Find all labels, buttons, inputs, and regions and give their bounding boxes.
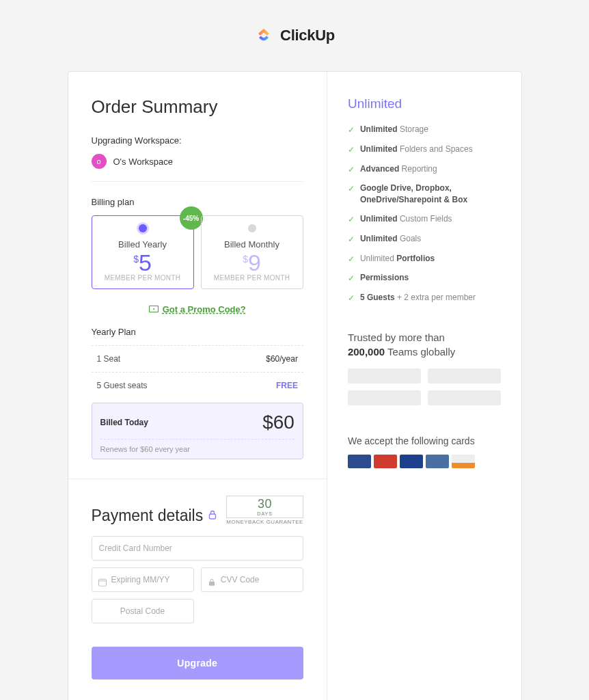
moneyback-guarantee: 30 DAYS MONEYBACK GUARANTEE	[226, 496, 303, 525]
bbb-badge-icon	[428, 368, 501, 383]
guest-price: FREE	[276, 381, 298, 390]
plan-monthly-card[interactable]: Billed Monthly $ 9 MEMBER PER MONTH	[201, 215, 303, 289]
visa-icon	[348, 455, 371, 468]
workspace-name: O's Workspace	[113, 157, 174, 167]
card-logos	[348, 455, 501, 468]
plan-yearly-label: Billed Yearly	[96, 239, 189, 250]
calendar-icon	[98, 578, 107, 587]
check-icon: ✓	[348, 144, 355, 156]
billed-today-label: Billed Today	[100, 418, 148, 427]
norton-badge-icon	[348, 390, 421, 405]
check-icon: ✓	[348, 214, 355, 226]
discount-badge: -45%	[180, 206, 203, 230]
page-title: Order Summary	[92, 96, 303, 118]
truste-badge-icon	[348, 368, 421, 383]
seat-label: 1 Seat	[97, 354, 121, 364]
feature-item: ✓Unlimited Custom Fields	[348, 213, 501, 226]
renew-text: Renews for $60 every year	[100, 440, 294, 453]
plan-monthly-label: Billed Monthly	[206, 239, 299, 250]
mastercard-icon	[374, 455, 397, 468]
trust-badges	[348, 368, 501, 405]
billed-today-amount: $60	[262, 412, 294, 433]
svg-rect-2	[210, 514, 216, 519]
cc-number-input[interactable]	[92, 536, 303, 561]
postal-code-input[interactable]	[92, 599, 194, 623]
plan-monthly-radio	[248, 224, 256, 232]
line-guest: 5 Guest seats FREE	[92, 372, 303, 399]
workspace-row: o O's Workspace	[92, 154, 303, 169]
plan-monthly-price: 9	[248, 251, 261, 274]
divider	[92, 181, 303, 182]
plan-monthly-sub: MEMBER PER MONTH	[206, 274, 299, 282]
upgrade-button[interactable]: Upgrade	[92, 647, 303, 679]
cc-expiry-input[interactable]	[92, 567, 194, 592]
check-icon: ✓	[348, 234, 355, 245]
feature-item: ✓Unlimited Goals	[348, 233, 501, 245]
workspace-avatar: o	[92, 154, 107, 169]
cards-accept-label: We accept the following cards	[348, 435, 501, 446]
billed-today-box: Billed Today $60 Renews for $60 every ye…	[92, 403, 303, 459]
checkout-card: Order Summary Upgrading Workspace: o O's…	[68, 71, 522, 700]
app-header: ClickUp	[0, 0, 589, 71]
seat-price: $60/year	[266, 354, 298, 364]
cc-cvv-input[interactable]	[201, 567, 303, 592]
check-icon: ✓	[348, 183, 355, 195]
feature-item: ✓Unlimited Storage	[348, 124, 501, 136]
lock-icon	[208, 510, 217, 522]
yearly-plan-heading: Yearly Plan	[92, 327, 303, 337]
brand-name: ClickUp	[280, 27, 335, 44]
currency-symbol: $	[243, 254, 248, 265]
line-seat: 1 Seat $60/year	[92, 345, 303, 372]
billing-section-label: Billing plan	[92, 197, 303, 207]
plan-yearly-card[interactable]: -45% Billed Yearly $ 5 MEMBER PER MONTH	[92, 215, 194, 289]
svg-point-1	[153, 308, 154, 310]
feature-item: ✓5 Guests + 2 extra per member	[348, 292, 501, 304]
trusted-text: Trusted by more than 200,000 Teams globa…	[348, 330, 501, 359]
feature-item: ✓Advanced Reporting	[348, 163, 501, 176]
ticket-icon	[149, 305, 159, 314]
moneyback-badge-icon	[428, 390, 501, 405]
guest-label: 5 Guest seats	[97, 381, 148, 390]
feature-item: ✓Unlimited Portfolios	[348, 253, 501, 265]
plan-name: Unlimited	[348, 96, 501, 111]
plan-yearly-sub: MEMBER PER MONTH	[96, 274, 189, 282]
brand-logo-icon	[254, 26, 273, 45]
feature-list: ✓Unlimited Storage ✓Unlimited Folders an…	[348, 124, 501, 304]
currency-symbol: $	[133, 254, 139, 265]
check-icon: ✓	[348, 273, 355, 284]
svg-rect-5	[209, 582, 215, 586]
plan-yearly-radio	[139, 224, 147, 232]
discover-icon	[452, 455, 475, 468]
check-icon: ✓	[348, 254, 355, 265]
feature-item: ✓Google Drive, Dropbox, OneDrive/Sharepo…	[348, 183, 501, 206]
promo-code-link[interactable]: Got a Promo Code?	[163, 304, 246, 314]
amex-icon	[426, 455, 449, 468]
svg-rect-3	[98, 580, 106, 587]
plan-yearly-price: 5	[139, 251, 152, 274]
maestro-icon	[400, 455, 423, 468]
payment-title: Payment details	[92, 507, 217, 525]
feature-item: ✓Unlimited Folders and Spaces	[348, 144, 501, 156]
check-icon: ✓	[348, 293, 355, 304]
lock-small-icon	[208, 578, 216, 587]
feature-item: ✓Permissions	[348, 272, 501, 284]
check-icon: ✓	[348, 164, 355, 176]
upgrading-label: Upgrading Workspace:	[92, 135, 303, 146]
check-icon: ✓	[348, 124, 355, 136]
